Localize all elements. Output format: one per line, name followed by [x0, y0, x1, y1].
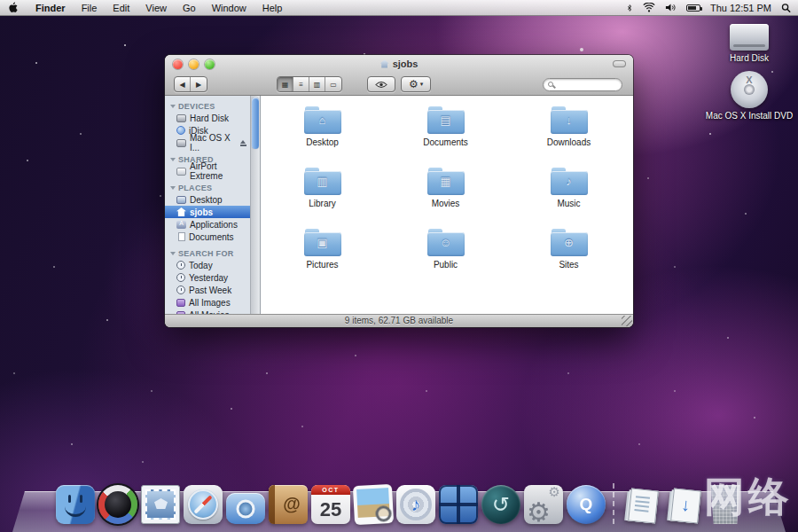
coverflow-view-button[interactable]: ▭	[325, 77, 341, 91]
apple-menu[interactable]	[9, 2, 19, 13]
list-view-button[interactable]: ≡	[293, 77, 309, 91]
folder-icon: ↓	[551, 106, 588, 134]
action-button[interactable]: ⚙ ▾	[401, 76, 431, 92]
folder-documents[interactable]: ▤ Documents	[384, 106, 507, 168]
menu-help[interactable]: Help	[254, 0, 291, 16]
volume-icon[interactable]	[665, 3, 677, 12]
sidebar-item-sjobs[interactable]: sjobs	[165, 206, 251, 218]
sidebar-item-macosx-install[interactable]: Mac OS X I...	[165, 137, 251, 149]
folder-sites[interactable]: ⊕ Sites	[507, 229, 630, 290]
desktop-icon-install-dvd[interactable]: Mac OS X Install DVD	[705, 71, 794, 121]
dock-mail-icon[interactable]	[141, 485, 180, 524]
spotlight-icon[interactable]	[781, 3, 791, 13]
sidebar-item-airport-extreme[interactable]: AirPort Extreme	[165, 165, 251, 177]
folder-downloads[interactable]: ↓ Downloads	[507, 106, 630, 168]
window-header[interactable]: sjobs ◀ ▶ ▦ ≡ ▥ ▭ ⚙	[165, 55, 633, 96]
sidebar-item-today[interactable]: Today	[165, 259, 251, 271]
sidebar-scrollbar[interactable]	[250, 96, 260, 314]
dock-documents-stack-icon[interactable]	[623, 487, 662, 524]
idisk-icon	[176, 126, 185, 135]
scrollbar-thumb[interactable]	[252, 98, 259, 149]
dock-finder-icon[interactable]	[56, 485, 95, 524]
sidebar-section-devices[interactable]: DEVICES	[165, 100, 251, 112]
dock-system-preferences-icon[interactable]	[524, 485, 563, 524]
desktop-icon	[176, 196, 186, 204]
battery-icon[interactable]	[686, 4, 700, 12]
sidebar-section-search-for[interactable]: SEARCH FOR	[165, 247, 251, 259]
search-field[interactable]	[543, 78, 622, 91]
desktop: Finder File Edit View Go Window Help Thu…	[0, 0, 798, 532]
dock-quicktime-icon[interactable]	[567, 485, 606, 524]
watermark: 网络	[704, 470, 793, 525]
dock-itunes-icon[interactable]	[396, 485, 435, 524]
search-input[interactable]	[556, 80, 617, 90]
folder-public[interactable]: ☺ Public	[384, 229, 507, 290]
clock-icon	[176, 273, 185, 282]
resize-grip[interactable]	[622, 316, 632, 326]
sidebar-item-all-images[interactable]: All Images	[165, 296, 251, 309]
dock-downloads-stack-icon[interactable]	[666, 487, 705, 524]
dock-preview-icon[interactable]	[353, 484, 394, 525]
dock-address-book-icon[interactable]	[269, 485, 308, 524]
eject-icon[interactable]	[239, 140, 247, 146]
disclosure-triangle-icon[interactable]	[170, 105, 176, 108]
quick-look-button[interactable]	[367, 76, 395, 92]
home-icon	[380, 60, 389, 68]
folder-music[interactable]: ♪ Music	[507, 168, 630, 229]
dock-ical-icon[interactable]: OCT 25	[311, 485, 350, 524]
ical-day: 25	[311, 495, 350, 524]
dock-safari-icon[interactable]	[184, 485, 223, 524]
dock-spaces-icon[interactable]	[439, 485, 478, 524]
folder-library[interactable]: ▥ Library	[261, 168, 384, 229]
disc-icon	[176, 139, 186, 147]
sidebar-item-desktop[interactable]: Desktop	[165, 193, 251, 206]
dock: OCT 25	[0, 468, 798, 532]
forward-button[interactable]: ▶	[191, 77, 207, 91]
dock-time-machine-icon[interactable]	[481, 485, 520, 524]
menu-go[interactable]: Go	[175, 0, 204, 16]
sidebar: DEVICES Hard Disk iDisk Mac OS X I...	[165, 96, 261, 314]
airport-icon	[176, 168, 186, 176]
menu-edit[interactable]: Edit	[105, 0, 137, 16]
menu-clock[interactable]: Thu 12:51 PM	[710, 3, 771, 13]
title-bar: sjobs	[165, 55, 633, 73]
folder-movies[interactable]: ▦ Movies	[384, 168, 507, 229]
disclosure-triangle-icon[interactable]	[170, 252, 176, 255]
sidebar-item-yesterday[interactable]: Yesterday	[165, 271, 251, 284]
sidebar-item-applications[interactable]: Applications	[165, 218, 251, 231]
folder-pictures[interactable]: ▣ Pictures	[261, 229, 384, 290]
menu-window[interactable]: Window	[204, 0, 254, 16]
toolbar: ◀ ▶ ▦ ≡ ▥ ▭ ⚙ ▾	[165, 73, 633, 96]
apple-icon	[9, 2, 19, 13]
toolbar-toggle-button[interactable]	[613, 60, 626, 67]
sidebar-item-documents[interactable]: Documents	[165, 231, 251, 243]
window-title: sjobs	[165, 55, 633, 73]
folder-icon: ▤	[427, 106, 465, 134]
clock-icon	[176, 286, 185, 294]
sidebar-section-places[interactable]: PLACES	[165, 182, 251, 193]
disclosure-triangle-icon[interactable]	[170, 158, 176, 161]
menu-finder[interactable]: Finder	[27, 0, 74, 16]
dock-dashboard-icon[interactable]	[98, 485, 137, 524]
sidebar-item-hard-disk[interactable]: Hard Disk	[165, 112, 251, 124]
applications-icon	[176, 221, 186, 229]
dock-ichat-icon[interactable]	[226, 493, 265, 524]
folder-icon: ☺	[427, 229, 465, 256]
folder-icon: ♪	[551, 168, 588, 195]
disclosure-triangle-icon[interactable]	[170, 186, 176, 190]
sidebar-item-past-week[interactable]: Past Week	[165, 284, 251, 296]
icon-view-button[interactable]: ▦	[278, 77, 293, 91]
hard-disk-icon	[176, 114, 186, 122]
eye-icon	[375, 81, 387, 89]
home-icon	[176, 207, 186, 216]
bluetooth-icon[interactable]	[626, 3, 633, 13]
wifi-icon[interactable]	[643, 3, 655, 12]
desktop-icon-hard-disk[interactable]: Hard Disk	[705, 24, 794, 63]
menu-view[interactable]: View	[137, 0, 175, 16]
folder-desktop[interactable]: ⌂ Desktop	[261, 106, 384, 168]
clock-icon	[176, 261, 185, 270]
folder-icon: ⊕	[551, 229, 588, 256]
menu-file[interactable]: File	[74, 0, 106, 16]
back-button[interactable]: ◀	[175, 77, 191, 91]
column-view-button[interactable]: ▥	[309, 77, 325, 91]
